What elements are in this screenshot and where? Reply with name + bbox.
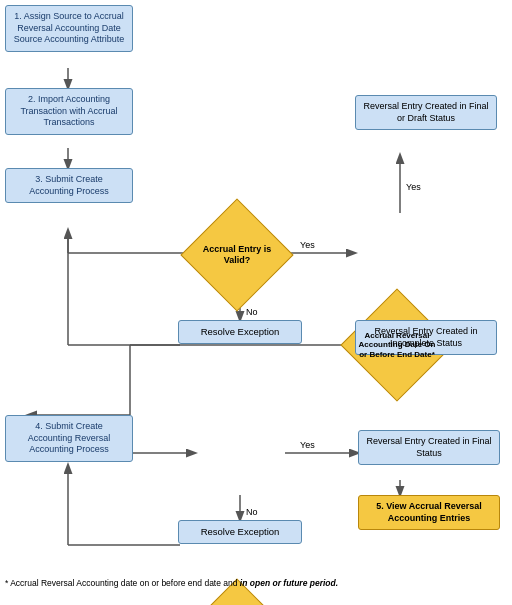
reversal-final-draft-node: Reversal Entry Created in Final or Draft… bbox=[355, 95, 497, 130]
reversal-final-draft-label: Reversal Entry Created in Final or Draft… bbox=[362, 101, 490, 124]
diamond2-label: Accrual Reversal Accounting Date On or B… bbox=[352, 327, 442, 364]
note-italic: in open or future period. bbox=[240, 578, 338, 588]
yes-label-1: Yes bbox=[300, 240, 315, 250]
resolve1-node: Resolve Exception bbox=[178, 320, 302, 344]
step3-node: 3. Submit Create Accounting Process bbox=[5, 168, 133, 203]
note-label: * Accrual Reversal Accounting date on or… bbox=[5, 578, 240, 588]
diamond1-label: Accrual Entry is Valid? bbox=[192, 240, 282, 270]
resolve1-label: Resolve Exception bbox=[201, 326, 280, 338]
yes-label-3: Yes bbox=[300, 440, 315, 450]
resolve2-label: Resolve Exception bbox=[201, 526, 280, 538]
step4-label: 4. Submit Create Accounting Reversal Acc… bbox=[12, 421, 126, 456]
note-node: * Accrual Reversal Accounting date on or… bbox=[5, 578, 507, 589]
step4-node: 4. Submit Create Accounting Reversal Acc… bbox=[5, 415, 133, 462]
step2-node: 2. Import Accounting Transaction with Ac… bbox=[5, 88, 133, 135]
yes-label-2: Yes bbox=[406, 182, 421, 192]
step1-label: 1. Assign Source to Accrual Reversal Acc… bbox=[14, 11, 125, 44]
diagram-container: Yes No Yes No Yes No bbox=[0, 0, 512, 605]
resolve2-node: Resolve Exception bbox=[178, 520, 302, 544]
step5-node: 5. View Accrual Reversal Accounting Entr… bbox=[358, 495, 500, 530]
step5-label: 5. View Accrual Reversal Accounting Entr… bbox=[365, 501, 493, 524]
no-label-1: No bbox=[246, 307, 258, 317]
no-label-3: No bbox=[246, 507, 258, 517]
reversal-final-node: Reversal Entry Created in Final Status bbox=[358, 430, 500, 465]
diamond3-node: Reversal Entry is Valid? bbox=[192, 590, 282, 605]
diamond2-node: Accrual Reversal Accounting Date On or B… bbox=[352, 300, 442, 390]
step1-node: 1. Assign Source to Accrual Reversal Acc… bbox=[5, 5, 133, 52]
diamond1-node: Accrual Entry is Valid? bbox=[192, 210, 282, 300]
reversal-final-label: Reversal Entry Created in Final Status bbox=[365, 436, 493, 459]
step3-label: 3. Submit Create Accounting Process bbox=[12, 174, 126, 197]
step2-label: 2. Import Accounting Transaction with Ac… bbox=[12, 94, 126, 129]
